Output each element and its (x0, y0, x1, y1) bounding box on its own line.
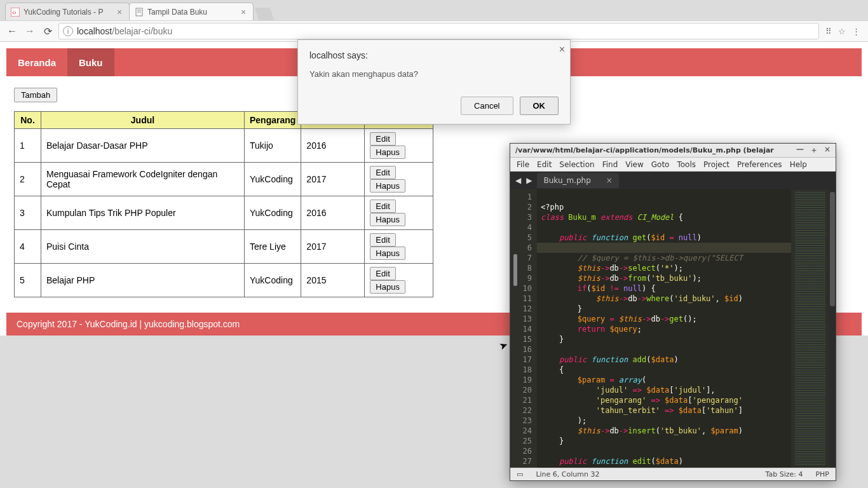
edit-button[interactable]: Edit (370, 267, 395, 280)
edit-button[interactable]: Edit (370, 166, 395, 179)
cell-tahun: 2016 (301, 196, 365, 230)
cell-no: 5 (15, 264, 41, 297)
cell-judul: Menguasai Framework CodeIgniter dengan C… (41, 163, 245, 196)
url-path: /belajar-ci/buku (112, 26, 172, 36)
editor-scrollbar[interactable] (829, 189, 836, 468)
new-tab-button[interactable] (255, 8, 274, 20)
line-gutter: 1 2 3 4 5 6 7 8 9 10 11 12 13 14 15 16 1… (510, 189, 537, 468)
delete-button[interactable]: Hapus (370, 146, 405, 159)
sublime-titlebar[interactable]: /var/www/html/belajar-ci/application/mod… (510, 144, 836, 158)
favicon-icon: ‹› (11, 8, 20, 17)
back-button[interactable]: ← (5, 24, 19, 38)
cell-judul: Belajar Dasar-Dasar PHP (41, 129, 245, 163)
cell-no: 4 (15, 230, 41, 264)
browser-tab-1[interactable]: Tampil Data Buku × (129, 3, 254, 20)
minimap[interactable] (791, 189, 829, 468)
status-language[interactable]: PHP (815, 470, 829, 478)
menu-preferences[interactable]: Preferences (737, 160, 782, 169)
favicon-icon (135, 8, 144, 17)
menu-tools[interactable]: Tools (677, 160, 696, 169)
cell-pengarang: Tere Liye (245, 230, 301, 264)
edit-button[interactable]: Edit (370, 233, 395, 247)
browser-chrome: ‹› YukCoding Tutorials - P × Tampil Data… (0, 0, 868, 43)
dialog-ok-button[interactable]: OK (520, 97, 559, 115)
menu-file[interactable]: File (517, 160, 529, 169)
cell-actions: EditHapus (365, 230, 433, 264)
file-tab-close-icon[interactable]: × (606, 176, 613, 185)
nav-beranda[interactable]: Beranda (6, 48, 67, 76)
cell-no: 1 (15, 129, 41, 163)
delete-button[interactable]: Hapus (370, 280, 405, 294)
cell-judul: Puisi Cinta (41, 230, 245, 264)
menu-help[interactable]: Help (790, 160, 807, 169)
status-position: Line 6, Column 32 (536, 470, 599, 478)
cell-actions: EditHapus (365, 163, 433, 196)
translate-icon[interactable]: ⠿ (825, 27, 832, 36)
sublime-menubar: File Edit Selection Find View Goto Tools… (510, 158, 836, 172)
window-divider[interactable] (513, 254, 517, 286)
cell-tahun: 2015 (301, 264, 365, 297)
cell-tahun: 2017 (301, 230, 365, 264)
file-tab-name: Buku_m.php (543, 176, 590, 185)
menu-selection[interactable]: Selection (559, 160, 594, 169)
cell-judul: Kumpulan Tips Trik PHP Populer (41, 196, 245, 230)
tab-title: YukCoding Tutorials - P (24, 8, 115, 17)
menu-goto[interactable]: Goto (651, 160, 670, 169)
tab-strip: ‹› YukCoding Tutorials - P × Tampil Data… (0, 0, 868, 20)
dialog-message: Yakin akan menghapus data? (309, 69, 559, 79)
cell-actions: EditHapus (365, 129, 433, 163)
url-host: localhost (77, 26, 112, 36)
file-tab[interactable]: Buku_m.php × (537, 173, 618, 188)
menu-view[interactable]: View (625, 160, 643, 169)
menu-find[interactable]: Find (602, 160, 618, 169)
delete-button[interactable]: Hapus (370, 247, 405, 260)
cell-actions: EditHapus (365, 264, 433, 297)
tab-next-icon[interactable]: ▶ (526, 176, 532, 185)
th-no: No. (15, 112, 41, 129)
tab-close-icon[interactable]: × (239, 8, 248, 17)
cell-judul: Belajar PHP (41, 264, 245, 297)
site-info-icon[interactable]: i (63, 26, 73, 36)
edit-button[interactable]: Edit (370, 200, 395, 213)
cell-actions: EditHapus (365, 196, 433, 230)
th-judul: Judul (41, 112, 245, 129)
cell-tahun: 2016 (301, 129, 365, 163)
tab-close-icon[interactable]: × (115, 8, 124, 17)
menu-project[interactable]: Project (703, 160, 729, 169)
cell-pengarang: YukCoding (245, 163, 301, 196)
delete-button[interactable]: Hapus (370, 179, 405, 193)
sidebar-toggle-icon[interactable]: ▭ (517, 470, 523, 478)
menu-icon[interactable]: ⋮ (852, 27, 860, 36)
bookmark-icon[interactable]: ☆ (838, 27, 846, 36)
status-tabsize[interactable]: Tab Size: 4 (766, 470, 803, 478)
close-icon[interactable]: × (824, 145, 831, 156)
nav-buku[interactable]: Buku (67, 48, 114, 76)
cell-no: 3 (15, 196, 41, 230)
confirm-dialog: × localhost says: Yakin akan menghapus d… (297, 39, 571, 125)
forward-button[interactable]: → (23, 24, 37, 38)
table-row: 3Kumpulan Tips Trik PHP PopulerYukCoding… (15, 196, 433, 230)
dialog-close-icon[interactable]: × (559, 44, 565, 55)
cell-pengarang: YukCoding (245, 196, 301, 230)
reload-button[interactable]: ⟳ (41, 24, 55, 38)
maximize-icon[interactable]: ＋ (810, 145, 818, 156)
th-pengarang: Pengarang (245, 112, 301, 129)
data-table: No. Judul Pengarang Tahun Terbit 1Belaja… (14, 111, 433, 297)
browser-tab-0[interactable]: ‹› YukCoding Tutorials - P × (5, 3, 130, 20)
minimize-icon[interactable]: — (796, 145, 804, 156)
add-button[interactable]: Tambah (14, 88, 57, 102)
cell-pengarang: Tukijo (245, 129, 301, 163)
sublime-statusbar: ▭ Line 6, Column 32 Tab Size: 4 PHP (510, 468, 836, 480)
tab-prev-icon[interactable]: ◀ (515, 176, 521, 185)
dialog-cancel-button[interactable]: Cancel (461, 97, 513, 115)
code-area[interactable]: <?php class Buku_m extends CI_Model { pu… (537, 189, 791, 468)
delete-button[interactable]: Hapus (370, 213, 405, 226)
editor-area[interactable]: 1 2 3 4 5 6 7 8 9 10 11 12 13 14 15 16 1… (510, 189, 836, 468)
table-row: 5Belajar PHPYukCoding2015EditHapus (15, 264, 433, 297)
edit-button[interactable]: Edit (370, 132, 395, 146)
menu-edit[interactable]: Edit (537, 160, 552, 169)
sublime-window: /var/www/html/belajar-ci/application/mod… (510, 143, 836, 481)
dialog-title: localhost says: (309, 50, 559, 60)
svg-text:‹›: ‹› (12, 9, 17, 16)
address-bar[interactable]: i localhost/belajar-ci/buku (58, 23, 819, 39)
